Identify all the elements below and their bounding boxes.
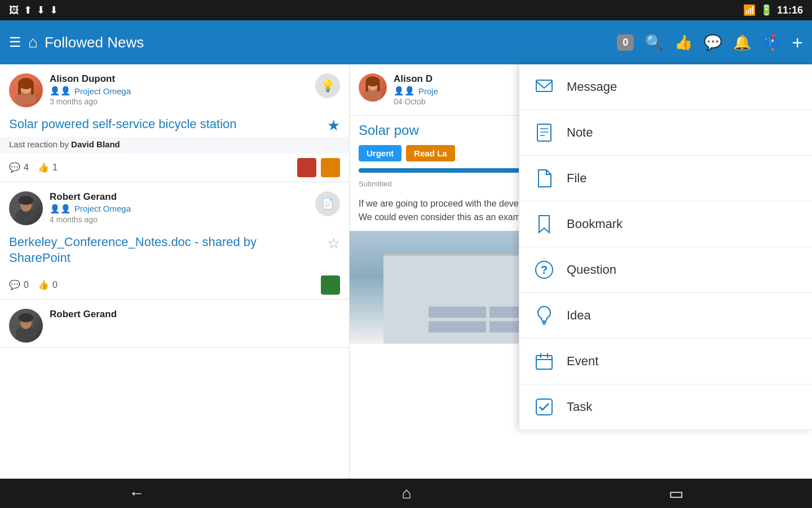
avatar-robert-2: [9, 309, 43, 343]
download2-icon: ⬇: [50, 4, 58, 16]
action-btn-2[interactable]: 📄: [315, 191, 340, 216]
app-bar-icons: 0 🔍 👍 💬 🔔 📫 +: [617, 32, 803, 54]
left-panel: Alison Dupont 👤👤 Project Omega 3 months …: [0, 64, 350, 479]
download-icon: ⬇: [37, 4, 45, 16]
comment-icon-2: 💬: [9, 279, 20, 290]
svg-rect-34: [536, 399, 552, 415]
svg-point-13: [19, 313, 33, 322]
search-icon[interactable]: 🔍: [645, 34, 663, 51]
image-icon: 🖼: [9, 5, 19, 16]
wifi-icon: 📶: [743, 4, 756, 16]
news-title-2[interactable]: Berkeley_Conference_Notes.doc - shared b…: [0, 230, 349, 271]
like-icon-2: 👍: [38, 279, 49, 290]
comment-action-2[interactable]: 💬 0: [9, 279, 29, 290]
action-btn-1[interactable]: 💡: [315, 73, 340, 98]
comment-action-1[interactable]: 💬 4: [9, 162, 29, 173]
svg-rect-30: [536, 356, 552, 369]
project-name-2: Project Omega: [74, 204, 131, 213]
menu-item-question[interactable]: ? Question: [519, 247, 812, 293]
news-header-2: Robert Gerand 👤👤 Project Omega 4 months …: [0, 182, 349, 230]
color-dot-green[interactable]: [321, 275, 340, 295]
menu-item-event[interactable]: Event: [519, 339, 812, 384]
menu-item-message[interactable]: Message: [519, 64, 812, 110]
man-avatar-svg: [15, 195, 37, 222]
like-icon[interactable]: 👍: [674, 34, 692, 51]
menu-item-bookmark[interactable]: Bookmark: [519, 202, 812, 247]
bell-icon[interactable]: 🔔: [733, 34, 751, 51]
idea-icon: [533, 304, 555, 327]
author-meta-2: Robert Gerand 👤👤 Project Omega 4 months …: [50, 191, 308, 224]
menu-item-idea[interactable]: Idea: [519, 293, 812, 339]
file-icon: [533, 167, 555, 190]
like-icon-1: 👍: [38, 162, 49, 173]
status-bar-right: 📶 🔋 11:16: [743, 4, 803, 16]
app-bar-title: Followed News: [45, 34, 144, 51]
svg-rect-21: [537, 124, 551, 141]
color-dot-red[interactable]: [297, 158, 316, 177]
comment-count-1: 4: [24, 163, 29, 173]
news-item-3: Robert Gerand: [0, 300, 349, 348]
star-btn-2[interactable]: ☆: [327, 234, 340, 253]
color-dots-2: [321, 275, 340, 295]
project-link-2[interactable]: 👤👤 Project Omega: [50, 204, 308, 214]
bookmark-icon: [533, 213, 555, 235]
app-bar: ☰ ⌂ Followed News 0 🔍 👍 💬 🔔 📫 +: [0, 20, 812, 64]
news-title-1[interactable]: Solar powered self-service bicycle stati…: [0, 112, 349, 137]
menu-label-file: File: [567, 171, 586, 186]
avatar-alison: [9, 73, 43, 107]
status-bar: 🖼 ⬆ ⬇ ⬇ 📶 🔋 11:16: [0, 0, 812, 20]
like-count-1: 1: [52, 163, 58, 173]
bottom-nav: ← ⌂ ▭: [0, 479, 812, 508]
author-name-3: Robert Gerand: [50, 309, 340, 320]
menu-label-event: Event: [567, 354, 598, 369]
recents-button[interactable]: ▭: [669, 484, 683, 503]
question-icon: ?: [533, 259, 555, 281]
tag-readlater[interactable]: Read La: [406, 145, 454, 161]
home-icon[interactable]: ⌂: [28, 33, 38, 51]
avatar-robert: [9, 191, 43, 225]
comment-icon-1: 💬: [9, 162, 20, 173]
menu-item-task[interactable]: Task: [519, 384, 812, 430]
event-icon: [533, 350, 555, 373]
color-dots-1: [297, 158, 340, 177]
home-button[interactable]: ⌂: [402, 484, 412, 502]
svg-text:?: ?: [541, 264, 548, 276]
man-avatar-svg-2: [15, 312, 37, 339]
right-panel: Alison D 👤👤 Proje 04 Octob Solar pow Urg…: [350, 64, 812, 479]
project-icon-1: 👤👤: [50, 86, 71, 96]
badge-count[interactable]: 0: [617, 34, 634, 51]
task-icon: [533, 396, 555, 418]
right-project-icon: 👤👤: [394, 86, 415, 96]
svg-rect-19: [377, 82, 380, 91]
news-footer-1: 💬 4 👍 1: [0, 154, 349, 182]
project-link-1[interactable]: 👤👤 Project Omega: [50, 86, 308, 96]
menu-item-file[interactable]: File: [519, 156, 812, 202]
plus-icon[interactable]: +: [792, 32, 803, 54]
right-project-name: Proje: [418, 86, 438, 96]
project-name-1: Project Omega: [74, 86, 131, 96]
menu-item-note[interactable]: Note: [519, 110, 812, 156]
menu-label-question: Question: [567, 262, 616, 277]
menu-label-task: Task: [567, 400, 592, 414]
like-action-1[interactable]: 👍 1: [38, 162, 58, 173]
like-count-2: 0: [52, 280, 58, 290]
svg-rect-18: [365, 82, 368, 91]
comment-icon[interactable]: 💬: [704, 34, 722, 51]
news-header-1: Alison Dupont 👤👤 Project Omega 3 months …: [0, 64, 349, 112]
like-action-2[interactable]: 👍 0: [38, 279, 58, 290]
author-meta-1: Alison Dupont 👤👤 Project Omega 3 months …: [50, 73, 308, 106]
menu-label-note: Note: [567, 125, 593, 140]
svg-point-9: [19, 196, 33, 205]
star-btn-1[interactable]: ★: [327, 116, 340, 135]
upload-icon: ⬆: [24, 4, 32, 16]
time-ago-2: 4 months ago: [50, 215, 308, 224]
tag-urgent[interactable]: Urgent: [359, 145, 401, 161]
back-button[interactable]: ←: [129, 484, 144, 502]
project-icon-2: 👤👤: [50, 204, 71, 214]
news-footer-2: 💬 0 👍 0: [0, 271, 349, 299]
right-woman-svg: [363, 75, 383, 100]
hamburger-icon[interactable]: ☰: [9, 34, 21, 50]
color-dot-orange[interactable]: [321, 158, 340, 177]
inbox-icon[interactable]: 📫: [762, 34, 780, 51]
app-bar-left: ☰ ⌂ Followed News: [9, 33, 617, 51]
